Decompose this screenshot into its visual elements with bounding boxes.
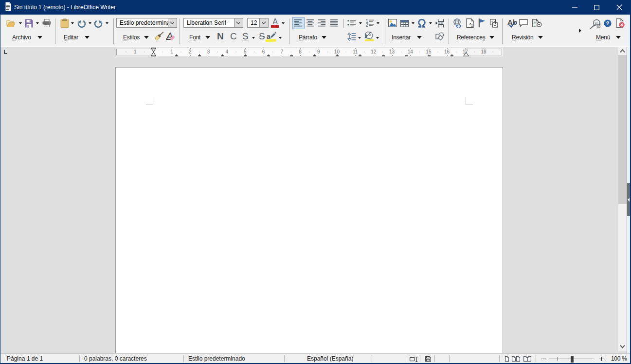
svg-text:2: 2: [366, 22, 369, 27]
svg-text:?: ?: [606, 20, 610, 26]
svg-text:d: d: [598, 24, 600, 29]
svg-text:1: 1: [471, 23, 473, 28]
